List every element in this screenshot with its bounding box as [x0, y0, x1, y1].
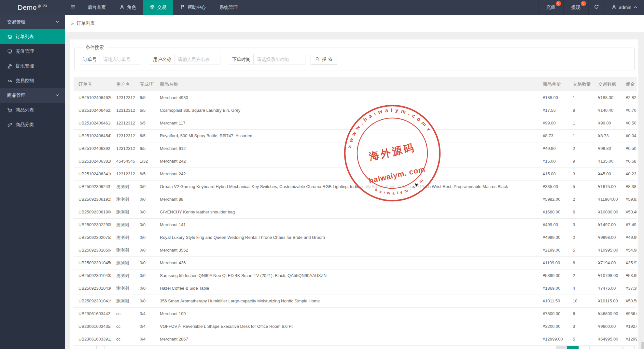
pagination-page[interactable]: [589, 346, 600, 349]
cell-username: 123123123: [111, 129, 135, 142]
cell-progress: 0/0: [135, 295, 155, 307]
cell-amount: ¥1497.00: [593, 218, 621, 231]
cell-amount: ¥7194.00: [593, 256, 621, 269]
cell-progress: 6/5: [135, 142, 155, 155]
sidebar-item-label: 交易控制: [16, 78, 34, 84]
cart-icon: [7, 34, 12, 39]
pagination-page[interactable]: [579, 346, 590, 349]
refresh-button[interactable]: [588, 0, 605, 15]
cell-product-name: Merchant 3552: [155, 244, 538, 256]
table-row: UB25102406462941591231231236/5Merchant 4…: [74, 91, 637, 104]
cell-amount: ¥9998.00: [593, 231, 621, 244]
nav-item-system[interactable]: 系统管理: [213, 0, 245, 15]
search-button[interactable]: 搜 索: [311, 54, 337, 65]
sidebar-item-recharge-mgmt[interactable]: 充值管理: [0, 44, 65, 59]
cell-progress: 0/0: [135, 244, 155, 256]
link-icon: [7, 122, 12, 127]
pagination-page[interactable]: [611, 346, 622, 349]
cell-product-name: Merchant 88: [155, 193, 538, 206]
cell-commission: ¥59.82: [621, 193, 637, 206]
cell-quantity: 2: [568, 142, 593, 155]
menu-collapse-button[interactable]: [65, 0, 81, 15]
scrollbar-thumb[interactable]: [641, 342, 644, 349]
search-row: 订单号 用户名称 下单时间 搜 索: [80, 54, 630, 65]
pagination-current-page[interactable]: [567, 346, 579, 349]
chevron-down-icon: [55, 20, 59, 25]
nav-item-roles[interactable]: 角色: [113, 0, 143, 15]
cell-quantity: 3: [568, 320, 593, 333]
nav-item-label: 帮助中心: [188, 5, 206, 10]
cell-quantity: 10: [568, 295, 593, 307]
pagination-page[interactable]: [600, 346, 611, 349]
cell-commission: ¥0.70: [621, 104, 637, 117]
cell-product-name: Cosmoplast 33L Square Laundry Bin, Grey: [155, 104, 538, 117]
navbar-right: 充值 0 提现 0 admin: [538, 0, 644, 15]
cell-username: 测测测: [111, 256, 135, 269]
cell-amount: ¥140.40: [593, 104, 621, 117]
cell-username: 测测测: [111, 180, 135, 193]
cell-unit-price: ¥188.00: [538, 91, 568, 104]
order-time-input[interactable]: [253, 54, 305, 65]
page-size-box[interactable]: [96, 346, 105, 349]
table-row: UB25102406462164111231231236/5Cosmoplast…: [74, 104, 637, 117]
cell-username: 123123123: [111, 142, 135, 155]
sidebar-section-goods[interactable]: 商品管理: [0, 88, 65, 103]
recharge-quick-button[interactable]: 充值 0: [538, 0, 563, 15]
cell-username: 123123123: [111, 91, 135, 104]
cell-commission: ¥53.99: [621, 269, 637, 282]
cell-username: 45454545: [111, 155, 135, 167]
withdraw-quick-button[interactable]: 提现 0: [563, 0, 588, 15]
sidebar-item-label: 商品分类: [16, 122, 34, 128]
cell-username: 123123123: [111, 104, 135, 117]
sidebar-item-trade-control[interactable]: 交易控制: [0, 73, 65, 88]
username-input[interactable]: [174, 54, 220, 65]
sidebar-section-trade[interactable]: 交易管理: [0, 15, 65, 29]
column-header: 商品名称: [155, 77, 538, 91]
cell-quantity: 5: [568, 180, 593, 193]
breadcrumb-arrow-icon: »: [71, 20, 74, 27]
user-menu[interactable]: admin: [605, 0, 644, 15]
order-time-label: 下单时间: [229, 54, 254, 65]
table-row: UB2509230619084110测测测0/0GIVENCHY Kenny l…: [74, 206, 637, 218]
sidebar-item-order-list[interactable]: 订单列表: [0, 29, 65, 44]
cell-order-no: UB2509230104305578: [74, 282, 111, 295]
column-header: 佣金: [621, 77, 637, 91]
cell-product-name: Royalford, 500 Ml Spray Bottle, Rf9747- …: [155, 129, 538, 142]
cell-progress: 6/5: [135, 129, 155, 142]
table-row: UB2509230105043614测测测0/0Merchant 3552¥21…: [74, 244, 637, 256]
cell-amount: ¥64995.00: [593, 333, 621, 345]
app-logo: Demo @123: [0, 0, 65, 15]
refresh-icon: [594, 4, 599, 11]
cell-username: 测测测: [111, 295, 135, 307]
cell-product-name: Merchant 141: [155, 218, 538, 231]
nav-item-trade[interactable]: 交易: [143, 0, 173, 15]
cell-amount: ¥10995.00: [593, 244, 621, 256]
breadcrumb-label: 订单列表: [77, 21, 95, 26]
cell-unit-price: ¥7800.00: [538, 307, 568, 320]
cell-progress: 0/0: [135, 231, 155, 244]
cell-commission: ¥0.23: [621, 167, 637, 180]
pagination-prev[interactable]: [556, 346, 567, 349]
cell-unit-price: ¥1199.00: [538, 256, 568, 269]
order-no-input[interactable]: [100, 54, 141, 65]
nav-item-dashboard[interactable]: 后台首页: [81, 0, 113, 15]
flag-icon: [180, 4, 185, 10]
cell-amount: ¥45.00: [593, 167, 621, 180]
section-title: 交易管理: [7, 19, 25, 25]
cell-quantity: 1: [568, 91, 593, 104]
cell-commission: ¥35.97: [621, 256, 637, 269]
cell-product-name: 356 Smart Aromatherapy Humidifier Large-…: [155, 295, 538, 307]
cell-username: 测测测: [111, 218, 135, 231]
cell-order-no: UB2306160343516327: [74, 320, 111, 333]
cell-commission: ¥49.99: [621, 231, 637, 244]
sidebar-item-goods-list[interactable]: 商品列表: [0, 103, 65, 117]
sidebar-item-withdraw-mgmt[interactable]: 提现管理: [0, 59, 65, 73]
pagination-next[interactable]: [623, 346, 635, 349]
nav-item-help-center[interactable]: 帮助中心: [173, 0, 213, 15]
cell-product-name: Merchant 242: [155, 155, 538, 167]
cell-quantity: 4: [568, 282, 593, 295]
table-row: UB2509230624317294测测测0/0Ornata V2 Gaming…: [74, 180, 637, 193]
cell-username: cc: [111, 333, 135, 345]
cell-product-name: Samsung 55 Inches QN90A Neo QLED 4K Smar…: [155, 269, 538, 282]
sidebar-item-goods-category[interactable]: 商品分类: [0, 117, 65, 132]
